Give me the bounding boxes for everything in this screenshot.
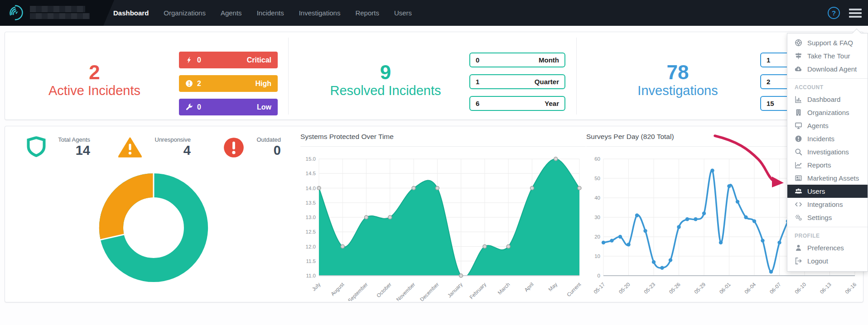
agents-and-charts-panel: Total Agents 14 Unresponsive 4 Outdated … — [5, 126, 863, 302]
life-ring-icon — [795, 39, 802, 47]
svg-text:05-17: 05-17 — [593, 282, 606, 295]
svg-text:30: 30 — [594, 215, 600, 220]
menu-item-investigations[interactable]: Investigations — [787, 145, 868, 158]
svg-text:10: 10 — [594, 253, 600, 259]
agent-status-donut-chart[interactable] — [96, 170, 212, 286]
nav-item-incidents[interactable]: Incidents — [257, 9, 284, 17]
menu-item-logout[interactable]: Logout — [787, 254, 868, 268]
menu-item-agents[interactable]: Agents — [787, 119, 868, 132]
top-nav: Dashboard Organizations Agents Incidents… — [0, 0, 868, 26]
svg-text:06-13: 06-13 — [819, 282, 832, 295]
menu-item-marketing-assets[interactable]: Marketing Assets — [787, 172, 868, 185]
nav-item-reports[interactable]: Reports — [355, 9, 379, 17]
svg-text:13.0: 13.0 — [306, 215, 316, 220]
svg-text:February: February — [468, 282, 487, 300]
nav-item-investigations[interactable]: Investigations — [299, 9, 341, 17]
resolved-quarter-box[interactable]: 1 Quarter — [469, 74, 565, 89]
newspaper-icon — [795, 174, 802, 182]
critical-label: Critical — [247, 56, 271, 64]
unresponsive-stat: Unresponsive 4 — [149, 136, 191, 158]
svg-text:January: January — [447, 282, 464, 299]
hamburger-dropdown-menu: Support & FAQ Take The Tour Download Age… — [787, 33, 868, 272]
menu-item-settings[interactable]: Settings — [787, 211, 868, 224]
surveys-title: Surveys Per Day (820 Total) — [586, 133, 674, 141]
hamburger-menu-icon[interactable] — [849, 9, 862, 19]
brand-name-redacted — [30, 6, 90, 19]
low-label: Low — [257, 103, 271, 111]
dashboard-page: Dashboard Organizations Agents Incidents… — [0, 0, 868, 325]
systems-protected-chart[interactable]: 15.014.514.013.513.012.512.011.511.0July… — [299, 151, 586, 301]
menu-item-download-agent[interactable]: Download Agent — [787, 62, 868, 76]
quarter-value: 1 — [476, 78, 479, 86]
svg-text:06-01: 06-01 — [719, 282, 732, 295]
svg-text:60: 60 — [594, 156, 600, 162]
svg-text:05-26: 05-26 — [668, 282, 681, 295]
nav-item-users[interactable]: Users — [394, 9, 412, 17]
inv-value-1: 1 — [767, 56, 770, 64]
resolved-year-box[interactable]: 6 Year — [469, 96, 565, 111]
svg-text:October: October — [376, 282, 393, 299]
menu-item-reports[interactable]: Reports — [787, 158, 868, 172]
svg-text:July: July — [311, 282, 321, 292]
svg-text:06-16: 06-16 — [844, 282, 857, 295]
nav-item-organizations[interactable]: Organizations — [164, 9, 206, 17]
resolved-incidents-count: 9 — [299, 62, 472, 83]
help-icon[interactable]: ? — [828, 7, 840, 19]
low-badge[interactable]: 0 Low — [179, 99, 278, 115]
code-icon — [795, 201, 802, 208]
svg-text:06-07: 06-07 — [769, 282, 782, 295]
outdated-value: 0 — [252, 143, 281, 158]
svg-text:12.5: 12.5 — [306, 229, 316, 234]
high-count: 2 — [197, 80, 201, 88]
menu-item-preferences[interactable]: Preferences — [787, 241, 868, 254]
svg-text:14.0: 14.0 — [306, 186, 316, 191]
menu-item-incidents[interactable]: Incidents — [787, 132, 868, 145]
menu-item-support-faq[interactable]: Support & FAQ — [787, 36, 868, 49]
svg-text:11.0: 11.0 — [306, 273, 316, 278]
low-count: 0 — [197, 103, 201, 111]
menu-item-users[interactable]: Users — [787, 185, 868, 198]
critical-badge[interactable]: 0 Critical — [179, 52, 278, 68]
svg-text:May: May — [547, 282, 558, 292]
monitor-icon — [795, 122, 802, 129]
high-badge[interactable]: 2 High — [179, 75, 278, 92]
resolved-month-box[interactable]: 0 Month — [469, 53, 565, 67]
inv-value-3: 15 — [767, 100, 774, 107]
year-value: 6 — [476, 100, 479, 107]
menu-item-integrations[interactable]: Integrations — [787, 198, 868, 211]
menu-item-dashboard[interactable]: Dashboard — [787, 93, 868, 106]
svg-text:15.0: 15.0 — [306, 156, 316, 162]
nav-item-agents[interactable]: Agents — [221, 9, 242, 17]
chart-line-icon — [795, 161, 802, 169]
brand-logo-icon[interactable] — [6, 4, 24, 22]
building-icon — [795, 109, 802, 116]
error-circle-icon — [223, 137, 244, 158]
svg-text:Current: Current — [566, 281, 582, 297]
shield-icon — [27, 136, 46, 158]
menu-item-take-the-tour[interactable]: Take The Tour — [787, 49, 868, 62]
menu-divider — [787, 78, 868, 79]
resolved-incidents-label: Resolved Incidents — [299, 83, 472, 98]
total-agents-stat: Total Agents 14 — [50, 136, 90, 158]
nav-item-dashboard[interactable]: Dashboard — [113, 9, 149, 17]
total-agents-value: 14 — [50, 143, 90, 158]
investigations-label: Investigations — [592, 83, 764, 98]
total-agents-label: Total Agents — [50, 136, 90, 143]
investigations-heading: 78 Investigations — [592, 62, 764, 98]
critical-count: 0 — [197, 56, 201, 64]
systems-protected-title: Systems Protected Over Time — [300, 133, 394, 141]
year-label: Year — [545, 100, 559, 107]
warning-triangle-icon — [118, 137, 142, 158]
logout-icon — [795, 257, 802, 265]
gears-icon — [795, 214, 802, 221]
unresponsive-label: Unresponsive — [149, 136, 191, 143]
outdated-label: Outdated — [252, 136, 281, 143]
nav-links: Dashboard Organizations Agents Incidents… — [113, 0, 412, 26]
investigations-count: 78 — [592, 62, 764, 83]
svg-text:March: March — [497, 282, 511, 296]
menu-header-account: ACCOUNT — [787, 81, 868, 93]
wrench-icon — [185, 103, 193, 111]
menu-item-organizations[interactable]: Organizations — [787, 106, 868, 119]
svg-text:05-20: 05-20 — [618, 282, 631, 295]
exclamation-circle-icon — [795, 135, 802, 143]
